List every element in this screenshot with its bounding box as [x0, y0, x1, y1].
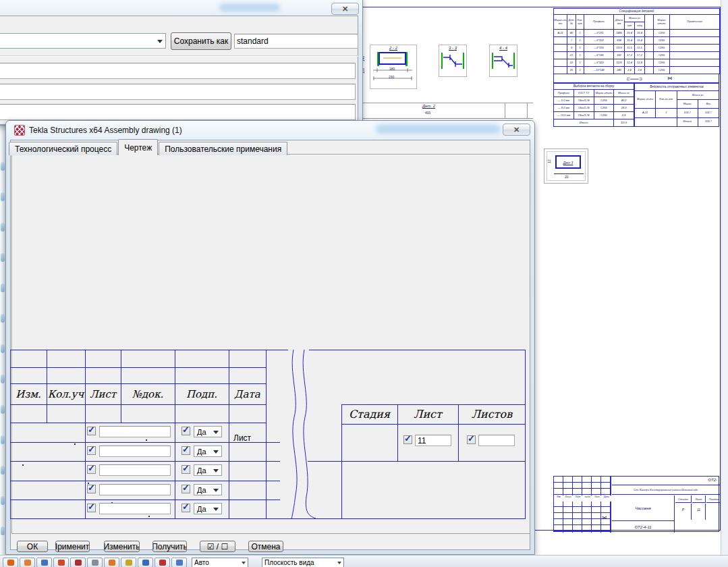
table-line — [10, 442, 280, 443]
cancel-button[interactable]: Отмена — [248, 541, 283, 552]
toolbar-icon-11[interactable] — [171, 558, 187, 567]
tab-2[interactable]: Чертеж — [118, 139, 158, 155]
doc-input-2[interactable] — [99, 446, 171, 457]
doc-input-1[interactable] — [99, 426, 171, 437]
strip-glyph — [1, 284, 5, 292]
strip-glyph — [1, 253, 5, 262]
tab-3[interactable]: Пользовательские примечания — [159, 142, 287, 155]
stage-header-2: Лист — [397, 404, 458, 424]
table-line — [10, 423, 266, 423]
dialog-titlebar[interactable]: Tekla Structures x64 Assembly drawing (1… — [6, 121, 534, 140]
table-line — [10, 481, 280, 481]
save-name-input[interactable] — [234, 34, 358, 49]
strip-glyph — [1, 375, 5, 383]
saveas-combo[interactable] — [0, 33, 166, 49]
sheet-checkbox[interactable] — [403, 435, 412, 444]
doc-checkbox-2[interactable] — [87, 446, 96, 455]
column-header-4: №док. — [121, 383, 175, 404]
det2-label: Дет. 2 — [422, 104, 435, 108]
get-button[interactable]: Получить — [152, 541, 187, 552]
strip-glyph — [1, 192, 5, 201]
toggle-all-button[interactable]: ☑ / ☐ — [200, 541, 235, 552]
stage-grid-header-3: Листов — [706, 495, 721, 503]
toolbar-icon-7[interactable] — [104, 558, 119, 567]
field-3[interactable] — [0, 104, 356, 120]
sheets-input[interactable] — [478, 435, 515, 446]
doc-checkbox-3[interactable] — [87, 465, 96, 474]
doc-input-5[interactable] — [99, 503, 171, 514]
det3-view: Дет 3 20 12 — [544, 148, 588, 184]
sign-combo-3[interactable]: Да — [194, 464, 222, 476]
toolbar-icon-8[interactable] — [121, 558, 136, 567]
revision-label-3: Лист — [573, 495, 582, 502]
column-header-6: Дата — [229, 383, 266, 404]
sign-checkbox-4[interactable] — [181, 485, 190, 493]
table-line — [175, 350, 175, 518]
divider — [0, 55, 358, 56]
dialog-close-button[interactable]: ✕ — [503, 124, 530, 136]
det3-label: Дет 3 — [563, 161, 573, 165]
toolbar-icon-4[interactable] — [53, 558, 69, 567]
weld-symbols: ⊏═══⊐ ⋈ — [553, 74, 719, 83]
table-line — [10, 367, 266, 368]
view-plane-combo[interactable]: Плоскость вида — [262, 558, 344, 567]
toolbar-icon-9[interactable] — [138, 558, 153, 567]
det3-vdim: 12 — [547, 159, 551, 163]
sign-combo-1[interactable]: Да — [194, 426, 222, 437]
det2-strip: Дет. 2 400 — [363, 103, 533, 120]
view-2-2: 2 - 2 180 230 — [370, 45, 417, 89]
table-line — [10, 350, 288, 350]
stage-grid-header-1: Стадия — [675, 495, 692, 503]
table-line — [10, 518, 526, 519]
doc-input-4[interactable] — [99, 484, 171, 495]
glass-reflection — [376, 124, 501, 134]
bottom-toolbar: Авто Плоскость вида — [0, 555, 728, 567]
drawing-scrollbar[interactable] — [721, 0, 728, 567]
sign-combo-2[interactable]: Да — [194, 446, 222, 457]
sign-checkbox-1[interactable] — [181, 427, 190, 435]
save-dialog-close-button[interactable]: ✕ — [331, 3, 359, 15]
sign-checkbox-2[interactable] — [181, 446, 190, 455]
doc-code-bottom: ОТ2-4-11 — [612, 520, 675, 533]
field-2[interactable] — [0, 84, 356, 100]
apply-button[interactable]: Применить — [55, 541, 90, 552]
column-header-2: Кол.уч — [47, 383, 85, 404]
toolbar-icon-10[interactable] — [155, 558, 170, 567]
stage-grid: СтадияРЛист11Листов — [675, 495, 720, 520]
tab-bar: Технологический процессЧертежПользовател… — [9, 139, 288, 155]
sheets-checkbox[interactable] — [467, 435, 476, 444]
sign-checkbox-3[interactable] — [181, 465, 190, 474]
sign-combo-5[interactable]: Да — [194, 503, 222, 514]
save-as-button[interactable]: Сохранить как — [171, 32, 231, 50]
stage-grid-value-3 — [706, 504, 721, 520]
table-line — [309, 350, 526, 350]
doc-input-3[interactable] — [99, 464, 171, 476]
sign-combo-4[interactable]: Да — [194, 484, 222, 495]
doc-checkbox-4[interactable] — [87, 485, 96, 493]
ok-button[interactable]: ОК — [17, 541, 48, 552]
auto-combo[interactable]: Авто — [192, 558, 248, 567]
toolbar-icon-5[interactable] — [70, 558, 86, 567]
sheet-border-top — [363, 7, 721, 7]
doc-checkbox-5[interactable] — [87, 504, 96, 512]
doc-checkbox-1[interactable] — [87, 427, 96, 435]
table-line — [10, 500, 280, 500]
toolbar-icon-2[interactable] — [20, 558, 35, 567]
table-line — [308, 461, 526, 462]
sheet-label: Лист — [233, 433, 251, 443]
stage-header-1: Стадия — [341, 404, 397, 424]
view-2-2-dim2: 230 — [389, 75, 394, 79]
metal-table: Выборка металла на сборку ПрофильГОСТ ТУ… — [553, 83, 634, 127]
field-1[interactable] — [0, 63, 356, 79]
column-header-1: Изм. — [10, 383, 47, 404]
save-dialog-titlebar[interactable] — [0, 0, 362, 16]
toolbar-icon-6[interactable] — [87, 558, 103, 567]
tab-1[interactable]: Технологический процесс — [9, 142, 117, 155]
sign-checkbox-5[interactable] — [181, 504, 190, 512]
sheet-input[interactable] — [415, 435, 451, 446]
toolbar-icon-3[interactable] — [36, 558, 52, 567]
modify-button[interactable]: Изменить — [104, 541, 140, 552]
specification-tables: Спецификация деталей Марка эл-таДет. №Ко… — [553, 8, 719, 127]
toolbar-icon-1[interactable] — [3, 558, 18, 567]
revision-label-5: Подп — [592, 495, 602, 502]
